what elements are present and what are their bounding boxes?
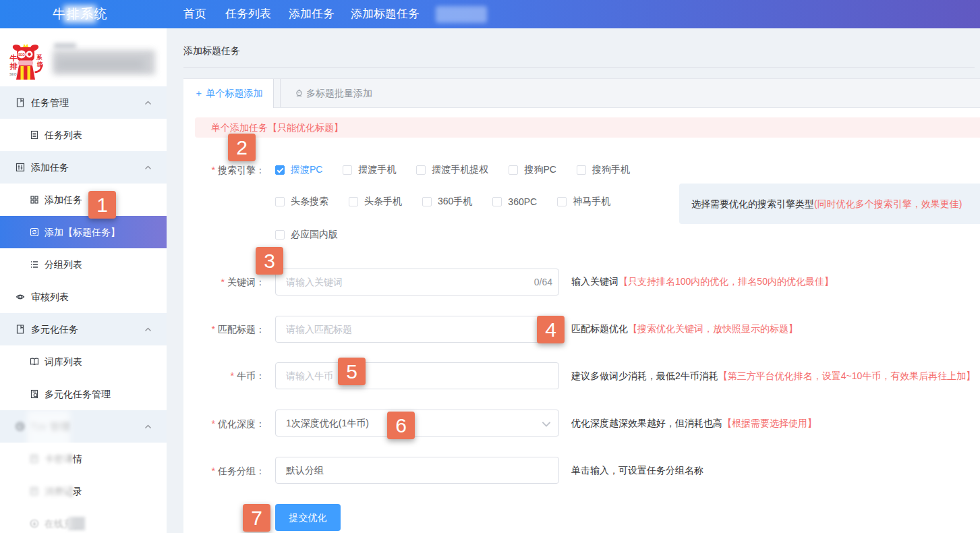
svg-text:排: 排 <box>9 62 18 70</box>
svg-text:统: 统 <box>36 61 43 67</box>
svg-text:SEO: SEO <box>18 53 25 57</box>
svg-text:牛: 牛 <box>9 54 18 62</box>
svg-text:SEO: SEO <box>9 72 17 76</box>
svg-text:系: 系 <box>36 54 42 61</box>
